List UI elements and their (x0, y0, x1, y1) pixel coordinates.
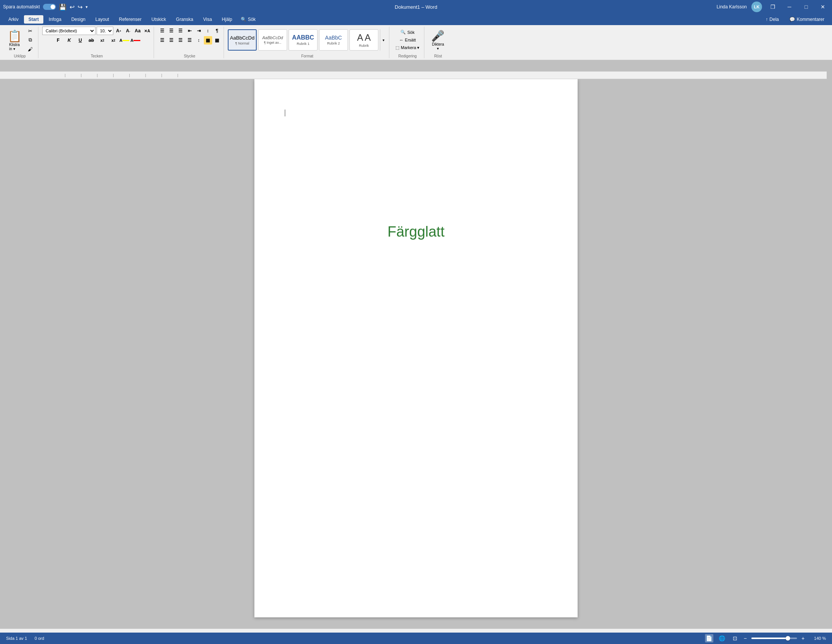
document-area[interactable]: | | | | | | | | Färgglatt (0, 60, 832, 629)
paste-label: Klistrain ▾ (9, 43, 20, 51)
text-highlight-button[interactable]: A (119, 36, 129, 45)
dictate-button[interactable]: 🎤 Diktera▾ (428, 28, 448, 52)
user-name: Linda Karlsson (717, 4, 747, 10)
search-edit-icon: 🔍 (400, 30, 406, 35)
style-inget-preview: AaBbCcDd (262, 35, 283, 40)
italic-button[interactable]: K (64, 36, 74, 45)
clipboard-label: Urklipp (14, 53, 26, 58)
zoom-slider[interactable] (751, 638, 797, 639)
cut-button[interactable]: ✂ (25, 27, 35, 35)
sort-button[interactable]: ↕ (204, 27, 212, 35)
tab-granska[interactable]: Granska (171, 15, 198, 24)
tab-visa[interactable]: Visa (198, 15, 216, 24)
zoom-in-button[interactable]: + (802, 635, 805, 641)
statusbar-left: Sida 1 av 1 0 ord (6, 636, 44, 641)
clipboard-small-buttons: ✂ ⧉ 🖌 (25, 27, 35, 53)
search-icon: 🔍 (241, 17, 246, 22)
focus-view-button[interactable]: ⊡ (731, 634, 739, 642)
styles-dropdown-button[interactable]: ▾ (380, 29, 387, 51)
superscript-button[interactable]: x2 (108, 36, 118, 45)
clipboard-group: 📋 Klistrain ▾ ✂ ⧉ 🖌 Urklipp (2, 27, 38, 58)
tab-hjalp[interactable]: Hjälp (217, 15, 237, 24)
close-button[interactable]: ✕ (817, 2, 829, 12)
bullets-button[interactable]: ☰ (158, 27, 166, 35)
user-avatar[interactable]: LK (751, 2, 762, 12)
style-rubrik[interactable]: A A Rubrik (349, 29, 378, 51)
zoom-thumb[interactable] (786, 636, 790, 641)
kommentarer-icon: 💬 (789, 17, 795, 22)
grow-font-button[interactable]: A+ (114, 27, 123, 35)
styles-label: Format (301, 53, 313, 58)
increase-indent-button[interactable]: ⇥ (195, 27, 203, 35)
clear-format-button[interactable]: ✕A (143, 27, 151, 35)
dictate-label: Diktera▾ (432, 42, 444, 51)
tab-infoga[interactable]: Infoga (44, 15, 66, 24)
window-title: Dokument1 – Word (395, 4, 437, 10)
restore-icon[interactable]: ❐ (766, 2, 779, 12)
save-icon[interactable]: 💾 (59, 3, 67, 11)
style-inget-label: ¶ Inget av... (264, 41, 282, 45)
document-page[interactable]: Färgglatt (254, 79, 578, 617)
decrease-indent-button[interactable]: ⇤ (186, 27, 194, 35)
style-inget[interactable]: AaBbCcDd ¶ Inget av... (258, 29, 287, 51)
zoom-out-button[interactable]: − (744, 635, 747, 641)
case-button[interactable]: Aa (133, 27, 142, 35)
tab-layout[interactable]: Layout (91, 15, 114, 24)
style-rubrik2[interactable]: AaBbC Rubrik 2 (319, 29, 348, 51)
multilevel-button[interactable]: ☰ (176, 27, 185, 35)
tab-referenser[interactable]: Referenser (114, 15, 146, 24)
redo-icon[interactable]: ↪ (78, 3, 83, 11)
style-normal[interactable]: AaBbCcDd ¶ Normal (228, 29, 257, 51)
print-view-button[interactable]: 📄 (705, 634, 714, 642)
dela-button[interactable]: ↑ Dela (762, 16, 783, 23)
copy-button[interactable]: ⧉ (25, 36, 35, 44)
pilcrow-button[interactable]: ¶ (213, 27, 221, 35)
undo-icon[interactable]: ↩ (70, 3, 75, 11)
tab-start[interactable]: Start (24, 15, 43, 24)
minimize-button[interactable]: ─ (783, 2, 795, 12)
style-rubrik1[interactable]: AABBC Rubrik 1 (289, 29, 317, 51)
tab-utskick[interactable]: Utskick (147, 15, 171, 24)
kommentarer-button[interactable]: 💬 Kommentarer (786, 16, 828, 23)
align-right-button[interactable]: ☰ (176, 36, 185, 45)
strikethrough-button[interactable]: ab (86, 36, 96, 45)
ribbon-nav: Arkiv Start Infoga Design Layout Referen… (0, 14, 832, 25)
replace-button[interactable]: ↔ Ersätt (397, 37, 418, 43)
select-button[interactable]: ⬚ Markera ▾ (393, 45, 422, 51)
voice-content: 🎤 Diktera▾ (428, 27, 448, 53)
shrink-font-button[interactable]: A- (124, 27, 132, 35)
style-rubrik2-label: Rubrik 2 (327, 42, 340, 45)
maximize-button[interactable]: □ (800, 2, 812, 12)
tab-arkiv[interactable]: Arkiv (4, 15, 23, 24)
borders-button[interactable]: ▦ (213, 36, 221, 45)
search-edit-button[interactable]: 🔍 Sök (398, 29, 417, 35)
format-painter-button[interactable]: 🖌 (25, 45, 35, 53)
font-size-selector[interactable]: 10,5 (97, 27, 113, 35)
editing-content: 🔍 Sök ↔ Ersätt ⬚ Markera ▾ (393, 27, 422, 53)
align-left-button[interactable]: ☰ (158, 36, 166, 45)
font-row2: F K U ab x2 x2 A A (53, 36, 140, 45)
underline-button[interactable]: U (75, 36, 85, 45)
document-content[interactable]: Färgglatt (254, 224, 578, 240)
paste-button[interactable]: 📋 Klistrain ▾ (5, 27, 24, 53)
search-label: Sök (248, 17, 256, 22)
search-edit-label: Sök (407, 30, 414, 35)
style-rubrik-preview: A A (357, 32, 371, 43)
statusbar-right: 📄 🌐 ⊡ − + 140 % (705, 634, 826, 642)
font-color-button[interactable]: A (130, 36, 140, 45)
shading-button[interactable]: ▦ (204, 36, 212, 45)
autosave-toggle[interactable] (43, 4, 56, 10)
subscript-button[interactable]: x2 (98, 36, 107, 45)
web-view-button[interactable]: 🌐 (718, 634, 726, 642)
font-name-selector[interactable]: Calibri (Brödtext) (42, 27, 96, 35)
align-center-button[interactable]: ☰ (167, 36, 176, 45)
search-button[interactable]: 🔍 Sök (241, 17, 256, 22)
numbering-button[interactable]: ☰ (167, 27, 176, 35)
tab-design[interactable]: Design (67, 15, 90, 24)
bold-button[interactable]: F (53, 36, 63, 45)
line-spacing-button[interactable]: ↕ (195, 36, 203, 45)
justify-button[interactable]: ☰ (186, 36, 194, 45)
font-content: Calibri (Brödtext) 10,5 A+ A- Aa ✕A F K … (42, 27, 151, 53)
style-rubrik2-preview: AaBbC (325, 35, 342, 41)
customize-icon[interactable]: ▾ (86, 5, 88, 10)
